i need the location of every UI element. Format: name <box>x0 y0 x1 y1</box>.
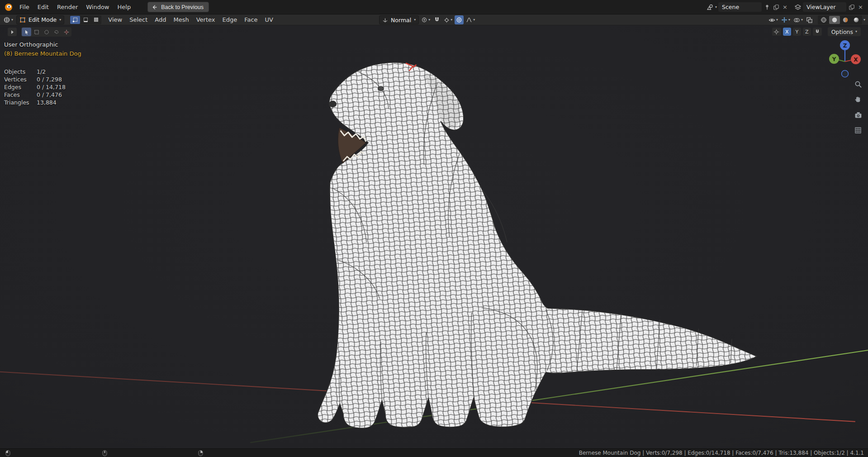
menu-mesh[interactable]: Mesh <box>170 14 192 25</box>
menu-view[interactable]: View <box>104 14 126 25</box>
toolbar-toggle-button[interactable] <box>8 28 17 36</box>
mirror-z-button[interactable]: Z <box>803 28 811 36</box>
viewlayer-name-field[interactable]: ViewLayer <box>803 2 846 12</box>
shading-rendered-button[interactable] <box>851 16 862 24</box>
stat-value: 13,884 <box>37 99 57 106</box>
new-scene-icon[interactable] <box>772 3 780 11</box>
new-viewlayer-icon[interactable] <box>848 3 855 11</box>
menu-face[interactable]: Face <box>241 14 261 25</box>
visibility-chevron: ▾ <box>776 18 778 22</box>
transform-orientation-dropdown[interactable]: Normal ▾ <box>379 15 419 24</box>
options-chevron: ▾ <box>855 30 857 33</box>
tool-shelf-row <box>8 27 71 37</box>
menu-vertex[interactable]: Vertex <box>193 14 219 25</box>
viewport-3d[interactable] <box>0 0 868 457</box>
stat-value: 1/2 <box>37 68 46 76</box>
blender-logo[interactable] <box>4 2 14 12</box>
stat-label: Vertices <box>4 76 37 83</box>
snap-settings-dropdown[interactable]: ▾ <box>443 15 453 24</box>
editor-type-button[interactable]: ▾ <box>2 15 14 24</box>
mirror-x-button[interactable]: X <box>783 28 791 36</box>
menu-render[interactable]: Render <box>53 0 82 14</box>
dog-eye <box>378 86 384 91</box>
gizmo-minus-z-ball[interactable] <box>842 71 849 77</box>
camera-view-button[interactable] <box>854 110 863 119</box>
shading-wireframe-button[interactable] <box>818 16 829 24</box>
face-select-button[interactable] <box>91 16 101 24</box>
menu-window[interactable]: Window <box>82 0 113 14</box>
stat-value: 0 / 7,298 <box>37 76 62 83</box>
edit-mode-icon <box>19 17 26 23</box>
pivot-point-dropdown[interactable]: ▾ <box>420 15 431 24</box>
menu-help[interactable]: Help <box>114 0 135 14</box>
viewport-nav-buttons <box>854 80 863 135</box>
gizmos-dropdown[interactable]: ▾ <box>780 15 791 24</box>
back-arrow-icon <box>151 3 158 11</box>
falloff-chevron: ▾ <box>473 18 475 22</box>
scene-dropdown-chevron[interactable]: ▾ <box>715 5 717 9</box>
unlink-scene-icon[interactable]: × <box>781 3 789 11</box>
toggle-ortho-button[interactable] <box>854 126 863 135</box>
stat-triangles: Triangles 13,884 <box>4 99 81 106</box>
orientation-chevron: ▾ <box>414 18 416 22</box>
visibility-dropdown[interactable]: ▾ <box>768 15 779 24</box>
navigation-gizmo[interactable]: Z X Y <box>827 38 863 81</box>
select-lasso-tool-button[interactable] <box>52 28 61 36</box>
menu-edge[interactable]: Edge <box>218 14 241 25</box>
header-center-controls: Normal ▾ ▾ ▾ ▾ <box>379 14 476 25</box>
mouse-right-icon <box>198 450 203 457</box>
vertex-select-button[interactable] <box>70 16 80 24</box>
tweak-tool-button[interactable] <box>22 28 31 36</box>
scene-icon[interactable] <box>706 3 714 11</box>
stat-edges: Edges 0 / 14,718 <box>4 83 81 91</box>
topbar-right-widgets: ▾ Scene × ViewLayer × <box>706 2 864 12</box>
proportional-editing-toggle[interactable] <box>455 15 464 24</box>
scene-name: Scene <box>722 4 739 10</box>
shading-solid-button[interactable] <box>829 16 840 24</box>
proportional-falloff-dropdown[interactable]: ▾ <box>465 15 476 24</box>
mouse-left-icon <box>5 450 10 457</box>
viewport-row2-right: X Y Z Options ▾ <box>772 27 861 36</box>
pin-icon[interactable] <box>763 3 771 11</box>
pivot-chevron: ▾ <box>428 18 430 22</box>
stat-vertices: Vertices 0 / 7,298 <box>4 76 81 83</box>
viewport-text-overlay: User Orthographic (8) Bernese Mountain D… <box>4 41 81 106</box>
zoom-view-button[interactable] <box>854 80 863 89</box>
options-dropdown[interactable]: Options ▾ <box>828 27 861 36</box>
overlays-chevron: ▾ <box>801 18 803 22</box>
snap-magnet-mini-icon[interactable] <box>813 28 822 36</box>
shading-material-button[interactable] <box>840 16 851 24</box>
cursor-tool-button[interactable] <box>62 28 71 36</box>
xray-toggle-button[interactable] <box>805 15 814 24</box>
stat-faces: Faces 0 / 7,476 <box>4 91 81 99</box>
select-tool-group <box>21 27 71 37</box>
remove-viewlayer-icon[interactable]: × <box>857 3 864 11</box>
overlays-dropdown[interactable]: ▾ <box>792 15 804 24</box>
menu-select[interactable]: Select <box>126 14 151 25</box>
mirror-y-button[interactable]: Y <box>793 28 801 36</box>
menu-edit[interactable]: Edit <box>33 0 53 14</box>
topbar: File Edit Render Window Help Back to Pre… <box>0 0 868 14</box>
select-box-tool-button[interactable] <box>32 28 41 36</box>
stat-label: Triangles <box>4 99 37 106</box>
statusbar-scene-stats: Bernese Mountain Dog | Verts:0/7,298 | E… <box>579 450 864 456</box>
back-to-previous-label: Back to Previous <box>161 4 204 10</box>
back-to-previous-button[interactable]: Back to Previous <box>147 2 209 12</box>
edge-select-button[interactable] <box>81 16 90 24</box>
pan-view-button[interactable] <box>854 95 863 104</box>
viewport-header: ▾ Edit Mode ▾ View Select Add Mesh Verte… <box>0 14 868 25</box>
snap-cursor-icon[interactable] <box>772 28 781 36</box>
scene-name-field[interactable]: Scene <box>718 2 762 12</box>
menu-file[interactable]: File <box>15 0 33 14</box>
menu-uv[interactable]: UV <box>261 14 277 25</box>
viewlayer-icon[interactable] <box>794 3 802 11</box>
snap-settings-chevron: ▾ <box>451 18 452 22</box>
statusbar: Bernese Mountain Dog | Verts:0/7,298 | E… <box>0 448 868 457</box>
menu-add[interactable]: Add <box>151 14 170 25</box>
select-circle-tool-button[interactable] <box>42 28 51 36</box>
shading-dropdown-chevron[interactable]: ▾ <box>863 18 865 22</box>
stat-objects: Objects 1/2 <box>4 68 81 76</box>
view-perspective-label: User Orthographic <box>4 41 81 48</box>
snap-toggle-button[interactable] <box>432 15 441 24</box>
mode-select-dropdown[interactable]: Edit Mode ▾ <box>16 15 64 24</box>
